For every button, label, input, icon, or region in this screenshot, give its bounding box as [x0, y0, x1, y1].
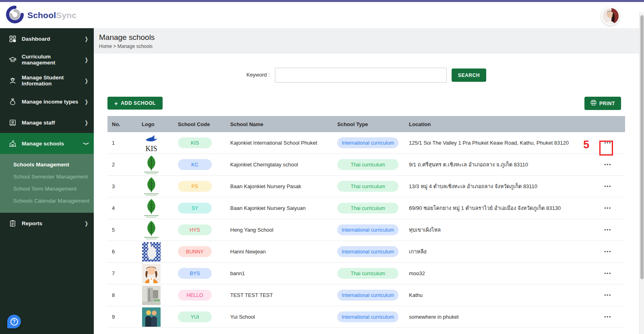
sidebar-item-curriculum-management[interactable]: Curriculum management ❯ — [0, 49, 94, 70]
school-type-badge: International curriculum — [337, 311, 398, 322]
sidebar-item-label: Manage income types — [22, 99, 85, 105]
print-button[interactable]: PRINT — [584, 97, 621, 110]
school-code-badge: YUI — [178, 311, 212, 322]
table-row: 2KCKajonkiet Cherngtalay schoolThai curr… — [107, 154, 625, 176]
school-type-badge: International curriculum — [337, 290, 398, 301]
add-school-button[interactable]: + ADD SCHOOL — [107, 97, 163, 110]
cell-location: ทุบเขาเผิงไหล — [405, 226, 585, 234]
cell-location: Kathu — [405, 292, 585, 298]
cell-actions: ••• — [585, 182, 625, 191]
cell-logo — [137, 220, 173, 240]
breadcrumb: Home > Manage schools — [99, 44, 153, 49]
row-actions-ellipsis-button[interactable]: ••• — [603, 290, 613, 300]
row-actions-ellipsis-button[interactable]: ••• — [603, 160, 613, 169]
row-actions-ellipsis-button[interactable]: ••• — [603, 247, 613, 256]
cell-logo: KIS — [137, 133, 173, 153]
school-type-badge: Thai curriculum — [337, 268, 398, 279]
page-title: Manage schools — [99, 33, 155, 42]
submenu-item-school-semester-management[interactable]: School Semester Management — [0, 171, 94, 183]
cell-school-name: Yui School — [226, 314, 333, 320]
cell-school-name: Heng Yang School — [226, 227, 333, 233]
col-header-school-type: School Type — [333, 121, 405, 127]
chevron-right-icon: ❯ — [85, 56, 88, 63]
cell-school-type: International curriculum — [333, 246, 405, 257]
school-code-badge: HELLO — [178, 290, 212, 301]
cell-school-code: BUNNY — [173, 246, 226, 257]
staff-icon — [8, 119, 17, 127]
school-code-badge: KC — [178, 159, 212, 170]
cell-school-name: Kajonkiet International School Phuket — [226, 140, 333, 146]
table-body: 1KISKISKajonkiet International School Ph… — [107, 132, 625, 328]
main-content: Manage schools Home > Manage schools Key… — [94, 28, 644, 334]
chevron-right-icon: ❯ — [85, 220, 88, 226]
col-header-school-code: School Code — [173, 121, 226, 127]
sidebar-item-manage-income-types[interactable]: Manage income types ❯ — [0, 91, 94, 112]
submenu-item-schools-management[interactable]: Schools Management — [0, 159, 94, 171]
sidebar-item-manage-staff[interactable]: Manage staff ❯ — [0, 112, 94, 133]
school-code-badge: SY — [178, 203, 212, 214]
graduation-cap-icon — [8, 56, 17, 64]
plus-icon: + — [114, 100, 118, 107]
cell-school-code: KIS — [173, 137, 226, 148]
row-actions-ellipsis-button[interactable]: ••• — [603, 182, 613, 191]
sidebar-item-dashboard[interactable]: Dashboard ❯ — [0, 28, 94, 49]
cell-school-code: HELLO — [173, 290, 226, 301]
row-actions-ellipsis-button[interactable]: ••• — [603, 225, 613, 234]
cell-actions: ••• — [585, 160, 625, 169]
cell-school-name: Baan Kajonkiet Nursery Saiyuan — [226, 205, 333, 211]
school-type-badge: International curriculum — [337, 224, 398, 235]
table-row: 5HYSHeng Yang SchoolInternational curric… — [107, 219, 625, 241]
user-avatar[interactable] — [601, 7, 620, 25]
sidebar-submenu: Schools Management School Semester Manag… — [0, 154, 94, 213]
cell-no: 8 — [107, 292, 137, 298]
cell-school-name: bann1 — [226, 270, 333, 276]
chevron-right-icon: ❯ — [85, 98, 88, 105]
cell-school-code: KC — [173, 159, 226, 170]
scrollbar-track[interactable] — [639, 12, 644, 334]
brand-logo[interactable]: SchoolSync — [6, 5, 76, 25]
cell-school-name: Hanni Newjean — [226, 249, 333, 255]
cell-no: 5 — [107, 227, 137, 233]
cell-actions: ••• — [585, 225, 625, 234]
cell-school-type: Thai curriculum — [333, 268, 405, 279]
row-actions-ellipsis-button[interactable]: ••• — [603, 203, 613, 213]
sidebar-item-label: Dashboard — [22, 36, 85, 42]
school-icon — [8, 140, 17, 147]
school-type-badge: International curriculum — [337, 137, 398, 148]
grid-icon — [8, 35, 17, 43]
keyword-label: Keyword : — [217, 72, 270, 78]
app-window: SchoolSync Dashboard ❯ — [0, 0, 644, 334]
table-row: 6BUNNYHanni NewjeanInternational curricu… — [107, 241, 625, 263]
som-annotation-number: 5 — [583, 139, 589, 151]
cell-school-code: YUI — [173, 311, 226, 322]
school-code-badge: BYS — [178, 268, 212, 279]
sidebar-item-manage-student-information[interactable]: Manage Student Information ❯ — [0, 70, 94, 91]
table-row: 1KISKISKajonkiet International School Ph… — [107, 132, 625, 154]
scrollbar-thumb[interactable] — [640, 15, 644, 279]
sidebar-item-label: Manage schools — [22, 141, 85, 147]
sidebar-item-label: Reports — [22, 220, 85, 226]
cell-no: 7 — [107, 270, 137, 276]
cell-no: 4 — [107, 205, 137, 211]
cell-school-name: Baan Kajonkiet Nursery Pasak — [226, 183, 333, 189]
table-header-row: No. Logo School Code School Name School … — [107, 116, 625, 132]
cell-location: somewhere in phuket — [405, 314, 585, 320]
cell-school-code: SY — [173, 203, 226, 214]
keyword-input[interactable] — [275, 68, 447, 83]
cell-no: 6 — [107, 249, 137, 255]
sidebar-item-manage-schools[interactable]: Manage schools ❯ — [0, 133, 94, 154]
brand-name: SchoolSync — [27, 10, 76, 20]
help-button[interactable]: ? — [7, 315, 21, 328]
breadcrumb-home[interactable]: Home — [99, 44, 112, 49]
school-code-badge: PS — [178, 181, 212, 192]
submenu-item-schools-calendar-management[interactable]: Schools Calendar Management — [0, 195, 94, 207]
cell-school-type: Thai curriculum — [333, 159, 405, 170]
cell-school-type: Thai curriculum — [333, 181, 405, 192]
row-actions-ellipsis-button[interactable]: ••• — [603, 312, 613, 322]
cell-logo — [137, 199, 173, 218]
search-button[interactable]: SEARCH — [452, 68, 486, 82]
submenu-item-school-term-management[interactable]: School Term Management — [0, 183, 94, 195]
cell-location: 9/1 ถ.ศรีสุนทร ต.เชิงทะเล อำเภอถลาง จ.ภู… — [405, 160, 585, 169]
row-actions-ellipsis-button[interactable]: ••• — [603, 269, 613, 278]
sidebar-item-reports[interactable]: Reports ❯ — [0, 213, 94, 234]
